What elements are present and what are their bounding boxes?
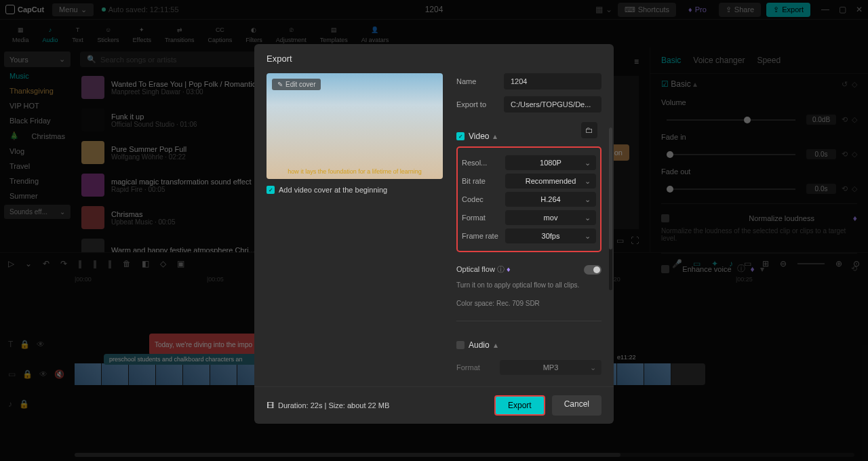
add-cover-label: Add video cover at the beginning [279, 186, 387, 194]
collapse-up-icon[interactable]: ▴ [493, 132, 497, 141]
resolution-label: Resol... [462, 159, 505, 167]
cover-preview: ✎Edit cover how it lays the foundation f… [267, 73, 443, 179]
optical-flow-label: Optical flow [456, 265, 495, 273]
color-space-info: Color space: Rec. 709 SDR [456, 300, 601, 307]
framerate-select[interactable]: 30fps [505, 228, 596, 243]
resolution-select[interactable]: 1080P [505, 155, 596, 170]
cover-caption: how it lays the foundation for a lifetim… [267, 168, 443, 175]
duration-text: Duration: 22s | Size: about 22 MB [278, 401, 389, 409]
name-input[interactable]: 1204 [504, 73, 601, 89]
browse-folder-button[interactable]: 🗀 [581, 122, 597, 138]
film-icon: 🎞 [267, 401, 274, 409]
path-input[interactable]: C:/Users/TOPGUS/De... [504, 96, 601, 113]
optical-flow-hint: Turn it on to apply optical flow to all … [456, 281, 601, 289]
unchecked-icon[interactable] [456, 341, 465, 349]
gem-icon: ♦ [507, 265, 511, 273]
name-label: Name [456, 77, 497, 85]
codec-select[interactable]: H.264 [505, 192, 596, 207]
checked-icon[interactable]: ✓ [267, 186, 275, 194]
export-confirm-button[interactable]: Export [494, 395, 545, 416]
folder-icon: 🗀 [585, 125, 593, 135]
edit-cover-button[interactable]: ✎Edit cover [272, 79, 321, 90]
video-section-label: Video [469, 132, 489, 141]
optical-flow-toggle[interactable] [584, 265, 601, 275]
checked-icon[interactable]: ✓ [456, 132, 465, 140]
audio-format-label: Format [456, 363, 500, 372]
exportto-label: Export to [456, 100, 497, 108]
dialog-title: Export [254, 44, 614, 73]
cancel-button[interactable]: Cancel [552, 395, 601, 416]
bitrate-label: Bit rate [462, 177, 505, 185]
collapse-up-icon[interactable]: ▴ [494, 340, 498, 350]
dialog-scrollbar[interactable] [609, 127, 612, 290]
framerate-label: Frame rate [462, 232, 505, 240]
pencil-icon: ✎ [277, 81, 283, 88]
audio-format-select[interactable]: MP3 [500, 360, 601, 375]
audio-section-label: Audio [469, 340, 490, 350]
export-dialog: Export ✎Edit cover how it lays the found… [254, 44, 614, 424]
modal-overlay: Export ✎Edit cover how it lays the found… [0, 0, 868, 461]
format-select[interactable]: mov [505, 210, 596, 225]
info-icon[interactable]: ⓘ [497, 265, 505, 273]
format-label: Format [462, 214, 505, 222]
highlighted-settings: Resol...1080P Bit rateRecommended CodecH… [456, 146, 601, 252]
codec-label: Codec [462, 195, 505, 203]
bitrate-select[interactable]: Recommended [505, 174, 596, 188]
